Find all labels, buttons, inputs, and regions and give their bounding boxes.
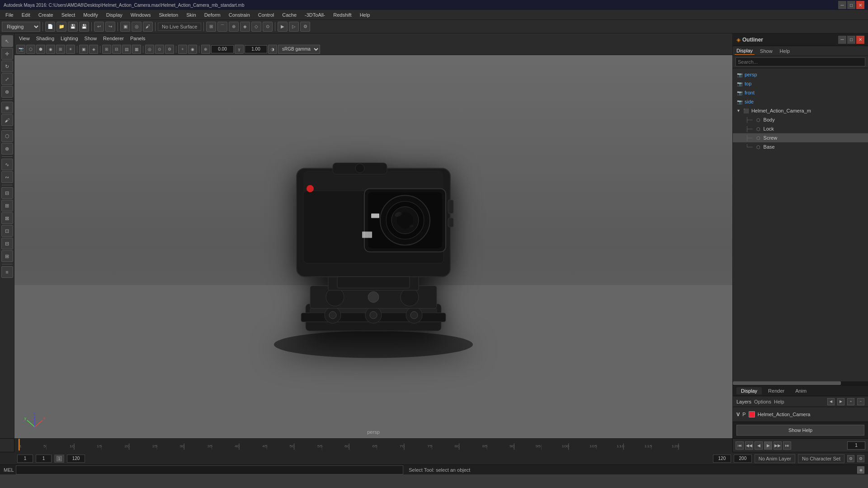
menu-cache[interactable]: Cache <box>278 11 300 19</box>
outliner-item-base[interactable]: └─ ⬡ Base <box>733 142 868 151</box>
character-options-button[interactable]: ⚙ <box>847 455 854 462</box>
menu-edit[interactable]: Edit <box>18 11 34 19</box>
vp-gamma-input[interactable] <box>245 45 267 53</box>
vp-display-mode-button[interactable]: ⬡ <box>26 45 35 54</box>
save-file-button[interactable]: 💾 <box>68 22 78 32</box>
outliner-tab-display[interactable]: Display <box>735 47 755 55</box>
vp-smooth-button[interactable]: ◉ <box>46 45 55 54</box>
help-tab[interactable]: Help <box>774 399 784 404</box>
outliner-item-helmet-group[interactable]: ▼ ⬛ Helmet_Action_Camera_m <box>733 106 868 115</box>
menu-skin[interactable]: Skin <box>183 11 199 19</box>
vp-camera-select-button[interactable]: 📷 <box>16 45 25 54</box>
tab-display[interactable]: Display <box>736 387 762 394</box>
outliner-tab-help[interactable]: Help <box>778 47 792 55</box>
vp-shaded-wire-button[interactable]: ▣ <box>79 45 88 54</box>
tab-render[interactable]: Render <box>764 387 789 394</box>
vp-gamma-btn[interactable]: γ <box>235 45 244 54</box>
menu-deform[interactable]: Deform <box>201 11 224 19</box>
menu-file[interactable]: File <box>2 11 17 19</box>
scale-tool-button[interactable]: ⤢ <box>1 73 13 85</box>
outliner-item-front[interactable]: 📷 front <box>733 88 868 97</box>
snap-view-button[interactable]: ◇ <box>251 22 261 32</box>
undo-button[interactable]: ↩ <box>94 22 104 32</box>
layer-nav-prev-btn[interactable]: ◀ <box>827 398 835 405</box>
outliner-search-input[interactable] <box>736 57 865 66</box>
display-layer-btn-4[interactable]: ⊡ <box>1 225 13 237</box>
menu-redshift[interactable]: Redshift <box>330 11 355 19</box>
timeline-ruler[interactable]: 1 5 10 15 20 25 <box>14 439 732 452</box>
outliner-scrollbar[interactable] <box>733 381 868 385</box>
outliner-item-persp[interactable]: 📷 persp <box>733 70 868 79</box>
layer-color-swatch[interactable] <box>749 411 755 418</box>
paint-button[interactable]: 🖌 <box>143 22 153 32</box>
vp-menu-view[interactable]: View <box>16 35 33 42</box>
anim-end-frame-input[interactable] <box>713 455 731 463</box>
vp-isolate-button[interactable]: ◎ <box>145 45 154 54</box>
soft-select-button[interactable]: ◉ <box>1 102 13 113</box>
universal-manip-button[interactable]: ⊕ <box>1 86 13 98</box>
vp-wireframe-button[interactable]: ⬢ <box>36 45 45 54</box>
menu-modify[interactable]: Modify <box>80 11 101 19</box>
step-back-button[interactable]: ◀◀ <box>745 441 753 450</box>
vp-lighting-button[interactable]: ☀ <box>66 45 75 54</box>
vp-hud-button[interactable]: ◉ <box>188 45 197 54</box>
menu-select[interactable]: Select <box>58 11 79 19</box>
outliner-item-lock[interactable]: ├─ ⬡ Lock <box>733 124 868 133</box>
vp-grid-button[interactable]: ⊞ <box>102 45 111 54</box>
layers-tab[interactable]: Layers <box>736 399 751 404</box>
vp-bookmark-button[interactable]: ⊙ <box>155 45 164 54</box>
display-layer-btn-3[interactable]: ⊠ <box>1 212 13 224</box>
vp-texture-button[interactable]: ⊞ <box>56 45 65 54</box>
vp-render-mode-button[interactable]: + <box>178 45 187 54</box>
minimize-button[interactable]: ─ <box>838 1 846 9</box>
layer-add-btn[interactable]: + <box>847 398 854 405</box>
close-button[interactable]: ✕ <box>856 1 864 9</box>
layer-nav-next-btn[interactable]: ▶ <box>837 398 844 405</box>
save-as-button[interactable]: 💾 <box>79 22 89 32</box>
start-frame-input[interactable] <box>17 455 33 463</box>
menu-display[interactable]: Display <box>103 11 126 19</box>
display-layer-btn-6[interactable]: ⊞ <box>1 250 13 262</box>
go-to-start-button[interactable]: ⏮ <box>736 441 744 450</box>
vp-menu-panels[interactable]: Panels <box>127 35 148 42</box>
menu-3dtoall[interactable]: -3DToAll- <box>301 11 329 19</box>
redo-button[interactable]: ↪ <box>105 22 115 32</box>
show-manip-button[interactable]: ⬡ <box>1 130 13 142</box>
current-frame-display[interactable] <box>36 455 52 463</box>
snap-point-button[interactable]: ⊕ <box>229 22 239 32</box>
display-layer-btn-2[interactable]: ⊞ <box>1 200 13 211</box>
vp-cam-attrib-button[interactable]: ⚙ <box>165 45 174 54</box>
display-layer-btn-5[interactable]: ⊟ <box>1 238 13 249</box>
paint-weights-button[interactable]: 🖌 <box>1 114 13 126</box>
outliner-close-button[interactable]: ✕ <box>856 36 864 44</box>
outliner-scroll-thumb[interactable] <box>733 381 841 385</box>
no-character-set-label[interactable]: No Character Set <box>798 454 844 463</box>
vp-menu-renderer[interactable]: Renderer <box>100 35 127 42</box>
snap-curve-button[interactable]: ⌒ <box>217 22 227 32</box>
vp-resolution-button[interactable]: ⊟ <box>112 45 121 54</box>
curve-ep-button[interactable]: ∾ <box>1 171 13 183</box>
select-mode-button[interactable]: ▣ <box>120 22 130 32</box>
rigging-dropdown[interactable]: Rigging Animation Modeling Rendering <box>2 22 40 32</box>
layer-remove-btn[interactable]: − <box>857 398 864 405</box>
options-tab[interactable]: Options <box>754 399 771 404</box>
anim-options-button[interactable]: ⚙ <box>857 455 864 462</box>
vp-menu-shading[interactable]: Shading <box>33 35 57 42</box>
maximize-button[interactable]: □ <box>847 1 855 9</box>
menu-windows[interactable]: Windows <box>127 11 155 19</box>
vp-gate-button[interactable]: ▤ <box>122 45 131 54</box>
vp-exposure-input[interactable] <box>211 45 234 53</box>
play-back-button[interactable]: ◀ <box>755 441 763 450</box>
snap-surface-button[interactable]: ◈ <box>240 22 250 32</box>
vp-region-button[interactable]: ▦ <box>132 45 141 54</box>
snap-live-button[interactable]: ⊙ <box>263 22 273 32</box>
new-file-button[interactable]: 📄 <box>45 22 55 32</box>
vp-colorspace-dropdown[interactable]: sRGB gamma Linear Raw <box>278 45 320 54</box>
outliner-tab-show[interactable]: Show <box>758 47 774 55</box>
menu-create[interactable]: Create <box>35 11 57 19</box>
outliner-item-screw[interactable]: ├─ ⬡ Screw <box>733 133 868 142</box>
curve-cv-button[interactable]: ∿ <box>1 159 13 170</box>
vp-menu-lighting[interactable]: Lighting <box>58 35 81 42</box>
outliner-maximize-button[interactable]: □ <box>847 36 855 44</box>
3d-viewport[interactable]: x y z persp <box>14 55 732 438</box>
